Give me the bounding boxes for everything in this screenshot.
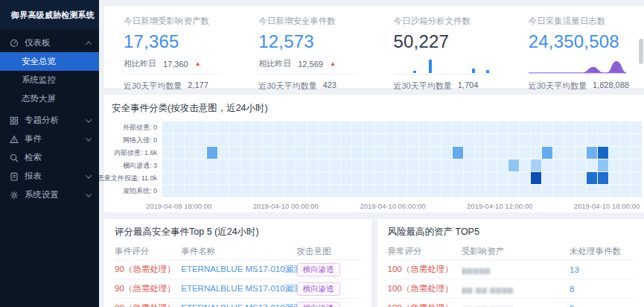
sidebar-item-label: 仪表板 — [25, 37, 51, 48]
heatmap-x-tick: 2019-04-10 00:00:00 — [253, 202, 319, 210]
sidebar-subitem-label: 安全总览 — [22, 56, 56, 67]
heatmap-body: 外部侦查: 0网络入侵: 0内部侦查: 1.6k横向渗透: 3恶意文件投递: 1… — [112, 121, 643, 197]
risk-assets-header-row: 异常评分受影响资产未处理事件数 — [388, 243, 634, 260]
risk-assets-title: 风险最高的资产 TOP5 — [388, 226, 634, 238]
area-sparkline — [529, 54, 626, 73]
event-score: 90（急需处理） — [115, 303, 176, 307]
event-score: 90（急需处理） — [115, 265, 176, 273]
column-header: 攻击意图 — [297, 243, 361, 260]
heatmap-cell[interactable] — [587, 147, 597, 159]
event-name-link[interactable]: ETERNALBLUE MS17-010漏洞利... — [181, 284, 296, 293]
heatmap-cell[interactable] — [453, 147, 463, 159]
heatmap-row-label: 外部侦查: 0 — [112, 121, 162, 134]
column-header: 事件评分 — [115, 243, 181, 260]
asset-row: 100（急需处理）▆▆.▆▆.▆▆▆▆5 — [388, 299, 634, 307]
event-row: 90（急需处理）ETERNALBLUE MS17-010漏洞利...横向渗透 — [115, 299, 361, 307]
app-logo: 御界高级威胁检测系统 — [0, 0, 99, 30]
asset-name-cell: ▆▆▆▆▆ — [462, 260, 570, 279]
stat-card-middle — [529, 54, 626, 73]
average-value: 1,704 — [458, 80, 479, 92]
heatmap-cell[interactable] — [598, 172, 608, 184]
heatmap-cell[interactable] — [598, 147, 608, 159]
unhandled-count-link[interactable]: 5 — [570, 304, 574, 307]
heatmap-row-label: 恶意文件投递: 11.0k — [112, 172, 162, 185]
heatmap-x-tick: 2019-04-10 18:00:00 — [574, 202, 640, 210]
grid-icon — [10, 116, 19, 125]
vertical-scrollbar-thumb[interactable] — [639, 39, 643, 64]
compare-value: 17,360 — [163, 60, 188, 69]
stat-card-middle: 相比昨日17,360▲ — [124, 54, 221, 73]
top-events-tbody: 90（急需处理）ETERNALBLUE MS17-010漏洞利...横向渗透90… — [115, 260, 361, 307]
sidebar-subitem[interactable]: 态势大屏 — [0, 89, 99, 108]
alert-icon — [10, 135, 19, 144]
event-name-link[interactable]: ETERNALBLUE MS17-010漏洞利... — [181, 303, 296, 307]
chevron-down-icon — [86, 135, 92, 141]
search-icon — [10, 154, 19, 162]
stat-divider — [394, 74, 491, 75]
bar-sparkline — [394, 54, 491, 73]
risk-assets-tbody: 100（急需处理）▆▆▆▆▆13100（急需处理）▆▆.▆▆.▆▆▆▆8100（… — [388, 260, 634, 307]
event-row: 90（急需处理）ETERNALBLUE MS17-010漏洞利...横向渗透 — [115, 279, 361, 299]
sidebar: 御界高级威胁检测系统 仪表板安全总览系统监控态势大屏专题分析事件检索报表系统设置 — [0, 0, 99, 307]
sidebar-subitem[interactable]: 系统监控 — [0, 71, 99, 89]
unhandled-count-link[interactable]: 13 — [570, 265, 579, 274]
chevron-up-icon — [86, 41, 92, 47]
column-header: 受影响资产 — [462, 243, 570, 260]
heatmap-cell[interactable] — [587, 172, 597, 184]
sidebar-subitem[interactable]: 安全总览 — [0, 52, 99, 71]
event-row: 90（急需处理）ETERNALBLUE MS17-010漏洞利...横向渗透 — [115, 260, 361, 279]
report-icon — [10, 172, 19, 181]
stat-card-average: 近30天平均数量1,704 — [394, 80, 491, 92]
top-events-title: 评分最高安全事件Top 5 (近24小时) — [115, 226, 361, 238]
heatmap-row-label: 攻陷系统: 0 — [112, 185, 162, 197]
heatmap-cell[interactable] — [598, 159, 608, 171]
stat-card-average: 近30天平均数量2,177 — [124, 80, 221, 92]
sidebar-item-dashboard[interactable]: 仪表板 — [0, 34, 99, 52]
heatmap-panel: 安全事件分类(按攻击意图，近24小时) 外部侦查: 0网络入侵: 0内部侦查: … — [104, 95, 644, 212]
stat-card-label: 今日新增受影响资产数 — [124, 16, 221, 27]
sidebar-item-label: 检索 — [25, 152, 42, 163]
area-sparkline-svg — [529, 57, 626, 75]
event-name-link[interactable]: ETERNALBLUE MS17-010漏洞利... — [181, 265, 296, 273]
heatmap-row-label: 内部侦查: 1.6k — [112, 147, 162, 159]
heatmap-row-label: 横向渗透: 3 — [112, 159, 162, 172]
sidebar-item-events[interactable]: 事件 — [0, 130, 99, 148]
sidebar-item-analysis[interactable]: 专题分析 — [0, 111, 99, 130]
top-events-header-row: 事件评分事件名称攻击意图 — [115, 243, 361, 260]
average-label: 近30天平均数量 — [258, 80, 316, 92]
asset-name-cell: ▆▆.▆▆.▆▆▆▆ — [462, 279, 570, 299]
asset-score-cell: 100（急需处理） — [388, 260, 462, 279]
unhandled-count-cell: 8 — [570, 279, 634, 299]
sidebar-item-reports[interactable]: 报表 — [0, 167, 99, 186]
heatmap-cell[interactable] — [531, 172, 541, 184]
compare-label: 相比昨日 — [124, 58, 156, 69]
sidebar-item-label: 专题分析 — [25, 115, 59, 126]
heatmap-cell[interactable] — [207, 147, 217, 159]
masked-asset-name: ▆▆.▆▆.▆▆▆▆ — [462, 286, 514, 294]
stat-divider — [258, 74, 356, 75]
unhandled-count-link[interactable]: 8 — [570, 285, 574, 294]
heatmap-grid — [162, 121, 643, 197]
average-label: 近30天平均数量 — [394, 80, 452, 92]
stat-card-middle — [394, 54, 491, 73]
spark-bar — [429, 60, 432, 73]
compare-value: 12,569 — [298, 60, 323, 69]
sidebar-item-search[interactable]: 检索 — [0, 148, 99, 167]
asset-row: 100（急需处理）▆▆.▆▆.▆▆▆▆8 — [388, 279, 634, 299]
asset-score-cell: 100（急需处理） — [388, 279, 462, 299]
heatmap-cell[interactable] — [542, 147, 552, 159]
stat-card-value: 17,365 — [124, 31, 221, 52]
main-content: 今日新增受影响资产数17,365相比昨日17,360▲近30天平均数量2,177… — [99, 0, 644, 307]
sidebar-item-settings[interactable]: 系统设置 — [0, 186, 99, 204]
stats-panel: 今日新增受影响资产数17,365相比昨日17,360▲近30天平均数量2,177… — [104, 6, 644, 88]
event-score-cell: 90（急需处理） — [115, 299, 181, 307]
spark-bar — [472, 69, 475, 73]
chevron-down-icon — [86, 172, 92, 178]
stat-card-3: 今日采集流量日志数24,350,508近30天平均数量1,828,088 — [509, 6, 644, 88]
asset-score: 100（急需处理） — [388, 284, 453, 293]
heatmap-cell[interactable] — [531, 159, 541, 171]
heatmap-cell[interactable] — [508, 159, 519, 171]
sidebar-item-label: 事件 — [25, 133, 42, 145]
risk-assets-table: 异常评分受影响资产未处理事件数 100（急需处理）▆▆▆▆▆13100（急需处理… — [388, 243, 634, 307]
unhandled-count-cell: 13 — [570, 260, 634, 279]
